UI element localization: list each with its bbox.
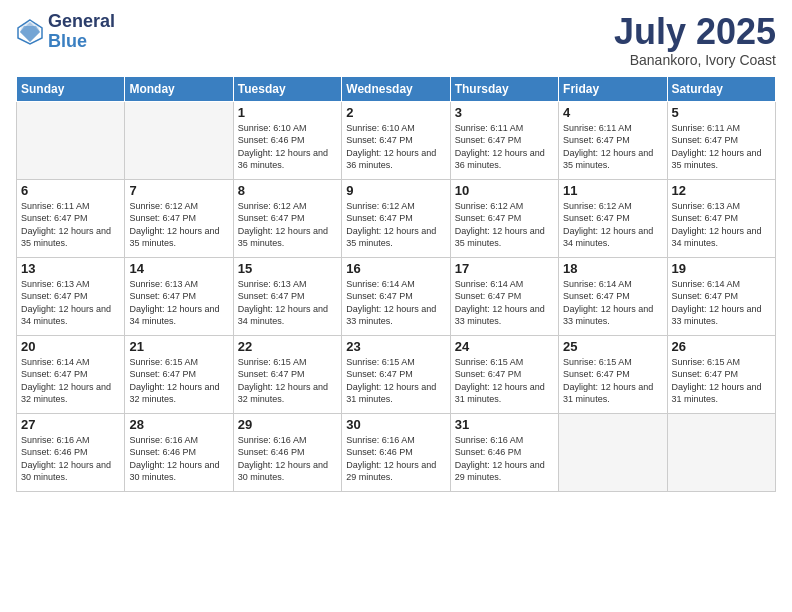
day-number: 15 (238, 261, 337, 276)
table-row: 13Sunrise: 6:13 AM Sunset: 6:47 PM Dayli… (17, 257, 125, 335)
day-info: Sunrise: 6:12 AM Sunset: 6:47 PM Dayligh… (455, 200, 554, 250)
day-number: 5 (672, 105, 771, 120)
table-row: 1Sunrise: 6:10 AM Sunset: 6:46 PM Daylig… (233, 101, 341, 179)
logo-blue: Blue (48, 31, 87, 51)
day-info: Sunrise: 6:16 AM Sunset: 6:46 PM Dayligh… (21, 434, 120, 484)
day-number: 4 (563, 105, 662, 120)
table-row: 5Sunrise: 6:11 AM Sunset: 6:47 PM Daylig… (667, 101, 775, 179)
calendar-week-row: 1Sunrise: 6:10 AM Sunset: 6:46 PM Daylig… (17, 101, 776, 179)
day-info: Sunrise: 6:14 AM Sunset: 6:47 PM Dayligh… (21, 356, 120, 406)
day-number: 30 (346, 417, 445, 432)
table-row: 14Sunrise: 6:13 AM Sunset: 6:47 PM Dayli… (125, 257, 233, 335)
day-info: Sunrise: 6:12 AM Sunset: 6:47 PM Dayligh… (563, 200, 662, 250)
day-info: Sunrise: 6:12 AM Sunset: 6:47 PM Dayligh… (346, 200, 445, 250)
day-info: Sunrise: 6:14 AM Sunset: 6:47 PM Dayligh… (563, 278, 662, 328)
table-row: 22Sunrise: 6:15 AM Sunset: 6:47 PM Dayli… (233, 335, 341, 413)
title-block: July 2025 Banankoro, Ivory Coast (614, 12, 776, 68)
table-row: 23Sunrise: 6:15 AM Sunset: 6:47 PM Dayli… (342, 335, 450, 413)
logo-general: General (48, 11, 115, 31)
day-number: 18 (563, 261, 662, 276)
header-sunday: Sunday (17, 76, 125, 101)
day-info: Sunrise: 6:10 AM Sunset: 6:47 PM Dayligh… (346, 122, 445, 172)
day-info: Sunrise: 6:15 AM Sunset: 6:47 PM Dayligh… (672, 356, 771, 406)
day-number: 24 (455, 339, 554, 354)
calendar-week-row: 27Sunrise: 6:16 AM Sunset: 6:46 PM Dayli… (17, 413, 776, 491)
table-row (559, 413, 667, 491)
calendar-table: Sunday Monday Tuesday Wednesday Thursday… (16, 76, 776, 492)
day-number: 1 (238, 105, 337, 120)
day-number: 22 (238, 339, 337, 354)
header: General Blue July 2025 Banankoro, Ivory … (16, 12, 776, 68)
table-row: 10Sunrise: 6:12 AM Sunset: 6:47 PM Dayli… (450, 179, 558, 257)
day-number: 6 (21, 183, 120, 198)
day-info: Sunrise: 6:11 AM Sunset: 6:47 PM Dayligh… (563, 122, 662, 172)
table-row: 20Sunrise: 6:14 AM Sunset: 6:47 PM Dayli… (17, 335, 125, 413)
day-info: Sunrise: 6:16 AM Sunset: 6:46 PM Dayligh… (129, 434, 228, 484)
header-saturday: Saturday (667, 76, 775, 101)
logo-text: General Blue (48, 12, 115, 52)
day-number: 14 (129, 261, 228, 276)
day-info: Sunrise: 6:15 AM Sunset: 6:47 PM Dayligh… (346, 356, 445, 406)
day-number: 3 (455, 105, 554, 120)
table-row (17, 101, 125, 179)
day-number: 26 (672, 339, 771, 354)
day-info: Sunrise: 6:15 AM Sunset: 6:47 PM Dayligh… (238, 356, 337, 406)
calendar-header-row: Sunday Monday Tuesday Wednesday Thursday… (17, 76, 776, 101)
day-info: Sunrise: 6:14 AM Sunset: 6:47 PM Dayligh… (672, 278, 771, 328)
calendar-page: General Blue July 2025 Banankoro, Ivory … (0, 0, 792, 612)
table-row: 26Sunrise: 6:15 AM Sunset: 6:47 PM Dayli… (667, 335, 775, 413)
day-number: 8 (238, 183, 337, 198)
day-number: 11 (563, 183, 662, 198)
table-row: 28Sunrise: 6:16 AM Sunset: 6:46 PM Dayli… (125, 413, 233, 491)
table-row: 24Sunrise: 6:15 AM Sunset: 6:47 PM Dayli… (450, 335, 558, 413)
day-number: 20 (21, 339, 120, 354)
day-info: Sunrise: 6:11 AM Sunset: 6:47 PM Dayligh… (455, 122, 554, 172)
day-info: Sunrise: 6:11 AM Sunset: 6:47 PM Dayligh… (672, 122, 771, 172)
table-row: 17Sunrise: 6:14 AM Sunset: 6:47 PM Dayli… (450, 257, 558, 335)
header-monday: Monday (125, 76, 233, 101)
day-info: Sunrise: 6:15 AM Sunset: 6:47 PM Dayligh… (563, 356, 662, 406)
table-row (667, 413, 775, 491)
table-row: 16Sunrise: 6:14 AM Sunset: 6:47 PM Dayli… (342, 257, 450, 335)
table-row: 18Sunrise: 6:14 AM Sunset: 6:47 PM Dayli… (559, 257, 667, 335)
day-number: 16 (346, 261, 445, 276)
table-row: 9Sunrise: 6:12 AM Sunset: 6:47 PM Daylig… (342, 179, 450, 257)
day-info: Sunrise: 6:11 AM Sunset: 6:47 PM Dayligh… (21, 200, 120, 250)
table-row: 29Sunrise: 6:16 AM Sunset: 6:46 PM Dayli… (233, 413, 341, 491)
day-number: 27 (21, 417, 120, 432)
table-row: 31Sunrise: 6:16 AM Sunset: 6:46 PM Dayli… (450, 413, 558, 491)
day-info: Sunrise: 6:10 AM Sunset: 6:46 PM Dayligh… (238, 122, 337, 172)
logo: General Blue (16, 12, 115, 52)
logo-icon (16, 18, 44, 46)
day-info: Sunrise: 6:15 AM Sunset: 6:47 PM Dayligh… (129, 356, 228, 406)
table-row: 11Sunrise: 6:12 AM Sunset: 6:47 PM Dayli… (559, 179, 667, 257)
title-location: Banankoro, Ivory Coast (614, 52, 776, 68)
header-thursday: Thursday (450, 76, 558, 101)
table-row: 3Sunrise: 6:11 AM Sunset: 6:47 PM Daylig… (450, 101, 558, 179)
table-row: 4Sunrise: 6:11 AM Sunset: 6:47 PM Daylig… (559, 101, 667, 179)
day-info: Sunrise: 6:13 AM Sunset: 6:47 PM Dayligh… (672, 200, 771, 250)
day-info: Sunrise: 6:15 AM Sunset: 6:47 PM Dayligh… (455, 356, 554, 406)
day-number: 25 (563, 339, 662, 354)
day-number: 9 (346, 183, 445, 198)
day-info: Sunrise: 6:16 AM Sunset: 6:46 PM Dayligh… (238, 434, 337, 484)
day-number: 2 (346, 105, 445, 120)
table-row: 12Sunrise: 6:13 AM Sunset: 6:47 PM Dayli… (667, 179, 775, 257)
day-number: 21 (129, 339, 228, 354)
calendar-week-row: 20Sunrise: 6:14 AM Sunset: 6:47 PM Dayli… (17, 335, 776, 413)
title-month: July 2025 (614, 12, 776, 52)
day-info: Sunrise: 6:12 AM Sunset: 6:47 PM Dayligh… (129, 200, 228, 250)
day-info: Sunrise: 6:14 AM Sunset: 6:47 PM Dayligh… (455, 278, 554, 328)
day-info: Sunrise: 6:14 AM Sunset: 6:47 PM Dayligh… (346, 278, 445, 328)
calendar-week-row: 6Sunrise: 6:11 AM Sunset: 6:47 PM Daylig… (17, 179, 776, 257)
day-number: 31 (455, 417, 554, 432)
day-info: Sunrise: 6:12 AM Sunset: 6:47 PM Dayligh… (238, 200, 337, 250)
day-number: 7 (129, 183, 228, 198)
day-number: 23 (346, 339, 445, 354)
table-row: 15Sunrise: 6:13 AM Sunset: 6:47 PM Dayli… (233, 257, 341, 335)
table-row: 8Sunrise: 6:12 AM Sunset: 6:47 PM Daylig… (233, 179, 341, 257)
day-info: Sunrise: 6:16 AM Sunset: 6:46 PM Dayligh… (346, 434, 445, 484)
table-row: 7Sunrise: 6:12 AM Sunset: 6:47 PM Daylig… (125, 179, 233, 257)
table-row: 30Sunrise: 6:16 AM Sunset: 6:46 PM Dayli… (342, 413, 450, 491)
day-number: 13 (21, 261, 120, 276)
